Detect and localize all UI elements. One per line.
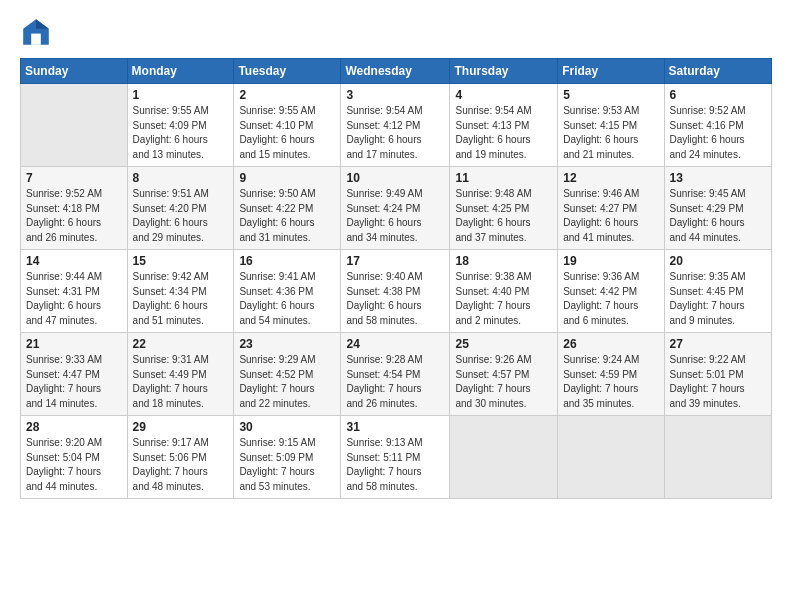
calendar-cell: 7Sunrise: 9:52 AM Sunset: 4:18 PM Daylig… [21,167,128,250]
day-number: 12 [563,171,658,185]
calendar-cell: 31Sunrise: 9:13 AM Sunset: 5:11 PM Dayli… [341,416,450,499]
calendar-week-row: 1Sunrise: 9:55 AM Sunset: 4:09 PM Daylig… [21,84,772,167]
calendar-cell: 22Sunrise: 9:31 AM Sunset: 4:49 PM Dayli… [127,333,234,416]
day-number: 30 [239,420,335,434]
calendar-cell: 10Sunrise: 9:49 AM Sunset: 4:24 PM Dayli… [341,167,450,250]
calendar-week-row: 14Sunrise: 9:44 AM Sunset: 4:31 PM Dayli… [21,250,772,333]
day-info: Sunrise: 9:54 AM Sunset: 4:12 PM Dayligh… [346,104,444,162]
day-number: 2 [239,88,335,102]
day-number: 26 [563,337,658,351]
day-number: 28 [26,420,122,434]
day-info: Sunrise: 9:31 AM Sunset: 4:49 PM Dayligh… [133,353,229,411]
calendar-cell: 2Sunrise: 9:55 AM Sunset: 4:10 PM Daylig… [234,84,341,167]
day-number: 27 [670,337,766,351]
calendar-page: SundayMondayTuesdayWednesdayThursdayFrid… [0,0,792,612]
day-info: Sunrise: 9:52 AM Sunset: 4:16 PM Dayligh… [670,104,766,162]
day-info: Sunrise: 9:15 AM Sunset: 5:09 PM Dayligh… [239,436,335,494]
day-info: Sunrise: 9:40 AM Sunset: 4:38 PM Dayligh… [346,270,444,328]
calendar-cell: 1Sunrise: 9:55 AM Sunset: 4:09 PM Daylig… [127,84,234,167]
day-number: 15 [133,254,229,268]
calendar-cell [558,416,664,499]
day-info: Sunrise: 9:24 AM Sunset: 4:59 PM Dayligh… [563,353,658,411]
day-number: 3 [346,88,444,102]
header [20,16,772,48]
calendar-cell: 16Sunrise: 9:41 AM Sunset: 4:36 PM Dayli… [234,250,341,333]
day-info: Sunrise: 9:38 AM Sunset: 4:40 PM Dayligh… [455,270,552,328]
calendar-cell: 13Sunrise: 9:45 AM Sunset: 4:29 PM Dayli… [664,167,771,250]
day-number: 29 [133,420,229,434]
calendar-cell: 6Sunrise: 9:52 AM Sunset: 4:16 PM Daylig… [664,84,771,167]
calendar-header-row: SundayMondayTuesdayWednesdayThursdayFrid… [21,59,772,84]
day-info: Sunrise: 9:17 AM Sunset: 5:06 PM Dayligh… [133,436,229,494]
day-number: 24 [346,337,444,351]
col-header-sunday: Sunday [21,59,128,84]
day-info: Sunrise: 9:29 AM Sunset: 4:52 PM Dayligh… [239,353,335,411]
calendar-cell: 14Sunrise: 9:44 AM Sunset: 4:31 PM Dayli… [21,250,128,333]
day-info: Sunrise: 9:54 AM Sunset: 4:13 PM Dayligh… [455,104,552,162]
calendar-cell: 19Sunrise: 9:36 AM Sunset: 4:42 PM Dayli… [558,250,664,333]
calendar-cell: 23Sunrise: 9:29 AM Sunset: 4:52 PM Dayli… [234,333,341,416]
day-info: Sunrise: 9:20 AM Sunset: 5:04 PM Dayligh… [26,436,122,494]
day-number: 11 [455,171,552,185]
calendar-week-row: 21Sunrise: 9:33 AM Sunset: 4:47 PM Dayli… [21,333,772,416]
day-info: Sunrise: 9:41 AM Sunset: 4:36 PM Dayligh… [239,270,335,328]
day-number: 16 [239,254,335,268]
calendar-cell: 18Sunrise: 9:38 AM Sunset: 4:40 PM Dayli… [450,250,558,333]
day-number: 19 [563,254,658,268]
day-number: 4 [455,88,552,102]
calendar-cell: 3Sunrise: 9:54 AM Sunset: 4:12 PM Daylig… [341,84,450,167]
day-info: Sunrise: 9:49 AM Sunset: 4:24 PM Dayligh… [346,187,444,245]
day-number: 10 [346,171,444,185]
day-number: 31 [346,420,444,434]
day-number: 23 [239,337,335,351]
day-info: Sunrise: 9:35 AM Sunset: 4:45 PM Dayligh… [670,270,766,328]
day-number: 14 [26,254,122,268]
day-number: 8 [133,171,229,185]
calendar-cell: 5Sunrise: 9:53 AM Sunset: 4:15 PM Daylig… [558,84,664,167]
col-header-monday: Monday [127,59,234,84]
day-info: Sunrise: 9:26 AM Sunset: 4:57 PM Dayligh… [455,353,552,411]
calendar-cell [664,416,771,499]
calendar-cell: 24Sunrise: 9:28 AM Sunset: 4:54 PM Dayli… [341,333,450,416]
calendar-cell: 12Sunrise: 9:46 AM Sunset: 4:27 PM Dayli… [558,167,664,250]
calendar-cell: 25Sunrise: 9:26 AM Sunset: 4:57 PM Dayli… [450,333,558,416]
day-info: Sunrise: 9:28 AM Sunset: 4:54 PM Dayligh… [346,353,444,411]
day-number: 20 [670,254,766,268]
day-number: 9 [239,171,335,185]
col-header-friday: Friday [558,59,664,84]
col-header-tuesday: Tuesday [234,59,341,84]
day-info: Sunrise: 9:45 AM Sunset: 4:29 PM Dayligh… [670,187,766,245]
day-number: 21 [26,337,122,351]
day-number: 7 [26,171,122,185]
svg-marker-1 [36,19,49,29]
calendar-table: SundayMondayTuesdayWednesdayThursdayFrid… [20,58,772,499]
calendar-cell: 29Sunrise: 9:17 AM Sunset: 5:06 PM Dayli… [127,416,234,499]
day-number: 22 [133,337,229,351]
calendar-cell: 21Sunrise: 9:33 AM Sunset: 4:47 PM Dayli… [21,333,128,416]
day-info: Sunrise: 9:48 AM Sunset: 4:25 PM Dayligh… [455,187,552,245]
logo [20,16,56,48]
calendar-cell: 17Sunrise: 9:40 AM Sunset: 4:38 PM Dayli… [341,250,450,333]
calendar-cell: 15Sunrise: 9:42 AM Sunset: 4:34 PM Dayli… [127,250,234,333]
day-number: 18 [455,254,552,268]
day-info: Sunrise: 9:36 AM Sunset: 4:42 PM Dayligh… [563,270,658,328]
calendar-cell [450,416,558,499]
day-info: Sunrise: 9:51 AM Sunset: 4:20 PM Dayligh… [133,187,229,245]
day-info: Sunrise: 9:55 AM Sunset: 4:10 PM Dayligh… [239,104,335,162]
calendar-cell: 26Sunrise: 9:24 AM Sunset: 4:59 PM Dayli… [558,333,664,416]
day-info: Sunrise: 9:50 AM Sunset: 4:22 PM Dayligh… [239,187,335,245]
calendar-cell [21,84,128,167]
day-info: Sunrise: 9:53 AM Sunset: 4:15 PM Dayligh… [563,104,658,162]
day-info: Sunrise: 9:42 AM Sunset: 4:34 PM Dayligh… [133,270,229,328]
day-info: Sunrise: 9:33 AM Sunset: 4:47 PM Dayligh… [26,353,122,411]
day-info: Sunrise: 9:46 AM Sunset: 4:27 PM Dayligh… [563,187,658,245]
col-header-saturday: Saturday [664,59,771,84]
calendar-cell: 11Sunrise: 9:48 AM Sunset: 4:25 PM Dayli… [450,167,558,250]
calendar-week-row: 28Sunrise: 9:20 AM Sunset: 5:04 PM Dayli… [21,416,772,499]
day-number: 25 [455,337,552,351]
calendar-cell: 28Sunrise: 9:20 AM Sunset: 5:04 PM Dayli… [21,416,128,499]
col-header-thursday: Thursday [450,59,558,84]
day-number: 1 [133,88,229,102]
logo-icon [20,16,52,48]
col-header-wednesday: Wednesday [341,59,450,84]
